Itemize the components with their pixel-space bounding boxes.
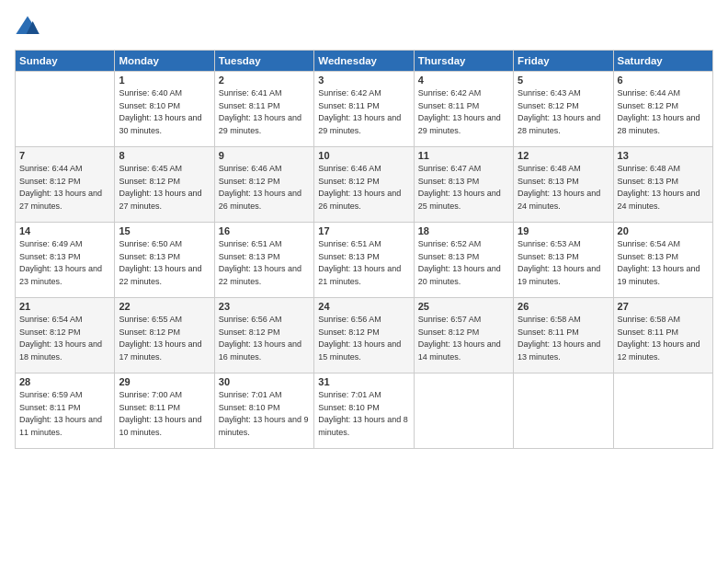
sunrise: Sunrise: 6:41 AM [219,88,282,98]
day-info: Sunrise: 6:58 AMSunset: 8:11 PMDaylight:… [618,314,709,363]
daylight: Daylight: 13 hours and 9 minutes. [219,415,309,437]
day-number: 2 [219,75,310,86]
sunset: Sunset: 8:12 PM [19,177,81,186]
day-number: 6 [618,75,709,86]
sunset: Sunset: 8:12 PM [219,177,280,186]
calendar-cell: 13Sunrise: 6:48 AMSunset: 8:13 PMDayligh… [613,147,712,223]
calendar-cell: 25Sunrise: 6:57 AMSunset: 8:12 PMDayligh… [414,298,513,373]
day-number: 11 [418,150,509,161]
sunrise: Sunrise: 6:54 AM [618,239,681,248]
sunrise: Sunrise: 6:43 AM [518,88,581,98]
calendar-cell: 1Sunrise: 6:40 AMSunset: 8:10 PMDaylight… [115,72,214,147]
calendar-cell: 30Sunrise: 7:01 AMSunset: 8:10 PMDayligh… [214,373,313,449]
day-number: 15 [119,225,210,236]
calendar-cell [16,72,115,147]
sunrise: Sunrise: 6:44 AM [618,88,681,98]
sunset: Sunset: 8:13 PM [518,177,579,186]
day-number: 8 [119,150,210,161]
calendar-cell: 16Sunrise: 6:51 AMSunset: 8:13 PMDayligh… [214,223,313,298]
day-info: Sunrise: 6:51 AMSunset: 8:13 PMDaylight:… [219,238,310,288]
day-number: 27 [618,301,709,312]
calendar-table: SundayMondayTuesdayWednesdayThursdayFrid… [15,50,713,449]
day-info: Sunrise: 7:01 AMSunset: 8:10 PMDaylight:… [318,389,409,439]
day-number: 23 [219,301,310,312]
sunset: Sunset: 8:13 PM [618,252,679,261]
daylight: Daylight: 13 hours and 26 minutes. [219,189,301,211]
daylight: Daylight: 13 hours and 28 minutes. [618,113,700,135]
day-info: Sunrise: 6:57 AMSunset: 8:12 PMDaylight:… [418,314,509,363]
calendar-cell: 6Sunrise: 6:44 AMSunset: 8:12 PMDaylight… [613,72,712,147]
sunset: Sunset: 8:12 PM [418,327,480,337]
daylight: Daylight: 13 hours and 18 minutes. [19,339,102,362]
calendar-cell: 27Sunrise: 6:58 AMSunset: 8:11 PMDayligh… [613,298,712,373]
weekday-header-saturday: Saturday [613,51,712,72]
sunrise: Sunrise: 6:59 AM [19,390,83,399]
logo-icon [15,15,40,40]
sunset: Sunset: 8:12 PM [19,327,81,337]
day-info: Sunrise: 6:48 AMSunset: 8:13 PMDaylight:… [518,163,609,213]
sunset: Sunset: 8:12 PM [318,327,380,337]
calendar-cell: 28Sunrise: 6:59 AMSunset: 8:11 PMDayligh… [16,373,115,449]
calendar-cell: 22Sunrise: 6:55 AMSunset: 8:12 PMDayligh… [115,298,214,373]
daylight: Daylight: 13 hours and 17 minutes. [119,339,201,362]
day-info: Sunrise: 6:50 AMSunset: 8:13 PMDaylight:… [119,238,210,288]
day-info: Sunrise: 6:40 AMSunset: 8:10 PMDaylight:… [119,87,210,137]
daylight: Daylight: 13 hours and 30 minutes. [119,113,201,135]
day-number: 14 [19,225,110,236]
calendar-cell: 29Sunrise: 7:00 AMSunset: 8:11 PMDayligh… [115,373,214,449]
weekday-header-sunday: Sunday [16,51,115,72]
day-number: 7 [19,150,110,161]
day-info: Sunrise: 6:49 AMSunset: 8:13 PMDaylight:… [19,238,110,288]
day-info: Sunrise: 6:52 AMSunset: 8:13 PMDaylight:… [418,238,509,288]
daylight: Daylight: 13 hours and 26 minutes. [318,189,401,211]
day-number: 13 [618,150,709,161]
daylight: Daylight: 13 hours and 24 minutes. [518,189,600,211]
day-info: Sunrise: 6:54 AMSunset: 8:12 PMDaylight:… [19,314,110,363]
sunset: Sunset: 8:10 PM [119,101,180,110]
day-number: 17 [318,225,409,236]
day-info: Sunrise: 6:53 AMSunset: 8:13 PMDaylight:… [518,238,609,288]
sunrise: Sunrise: 6:58 AM [618,315,681,324]
sunrise: Sunrise: 6:45 AM [119,164,182,173]
sunrise: Sunrise: 6:51 AM [219,239,282,248]
daylight: Daylight: 13 hours and 27 minutes. [19,189,102,211]
daylight: Daylight: 13 hours and 23 minutes. [19,264,102,286]
sunrise: Sunrise: 6:40 AM [119,88,182,98]
sunset: Sunset: 8:13 PM [518,252,579,261]
daylight: Daylight: 13 hours and 25 minutes. [418,189,501,211]
sunrise: Sunrise: 6:50 AM [119,239,182,248]
sunrise: Sunrise: 6:47 AM [418,164,482,173]
page-header [15,15,713,40]
daylight: Daylight: 13 hours and 10 minutes. [119,415,201,437]
weekday-header-tuesday: Tuesday [214,51,313,72]
sunrise: Sunrise: 6:51 AM [318,239,381,248]
calendar-cell: 11Sunrise: 6:47 AMSunset: 8:13 PMDayligh… [414,147,513,223]
calendar-cell [414,373,513,449]
day-info: Sunrise: 6:56 AMSunset: 8:12 PMDaylight:… [219,314,310,363]
day-info: Sunrise: 6:54 AMSunset: 8:13 PMDaylight:… [618,238,709,288]
daylight: Daylight: 13 hours and 29 minutes. [318,113,401,135]
sunset: Sunset: 8:11 PM [618,327,679,337]
day-info: Sunrise: 6:51 AMSunset: 8:13 PMDaylight:… [318,238,409,288]
sunset: Sunset: 8:12 PM [518,101,579,110]
sunrise: Sunrise: 6:52 AM [418,239,482,248]
calendar-cell: 24Sunrise: 6:56 AMSunset: 8:12 PMDayligh… [314,298,414,373]
daylight: Daylight: 13 hours and 19 minutes. [618,264,700,286]
calendar-cell: 9Sunrise: 6:46 AMSunset: 8:12 PMDaylight… [214,147,313,223]
daylight: Daylight: 13 hours and 19 minutes. [518,264,600,286]
sunset: Sunset: 8:11 PM [418,101,480,110]
daylight: Daylight: 13 hours and 24 minutes. [618,189,700,211]
sunrise: Sunrise: 6:48 AM [618,164,681,173]
day-number: 19 [518,225,609,236]
day-number: 16 [219,225,310,236]
sunset: Sunset: 8:10 PM [219,403,280,412]
sunrise: Sunrise: 6:49 AM [19,239,83,248]
sunset: Sunset: 8:11 PM [119,403,180,412]
sunset: Sunset: 8:13 PM [618,177,679,186]
daylight: Daylight: 13 hours and 21 minutes. [318,264,401,286]
sunset: Sunset: 8:13 PM [119,252,180,261]
daylight: Daylight: 13 hours and 22 minutes. [219,264,301,286]
day-number: 4 [418,75,509,86]
daylight: Daylight: 13 hours and 29 minutes. [418,113,501,135]
day-number: 12 [518,150,609,161]
